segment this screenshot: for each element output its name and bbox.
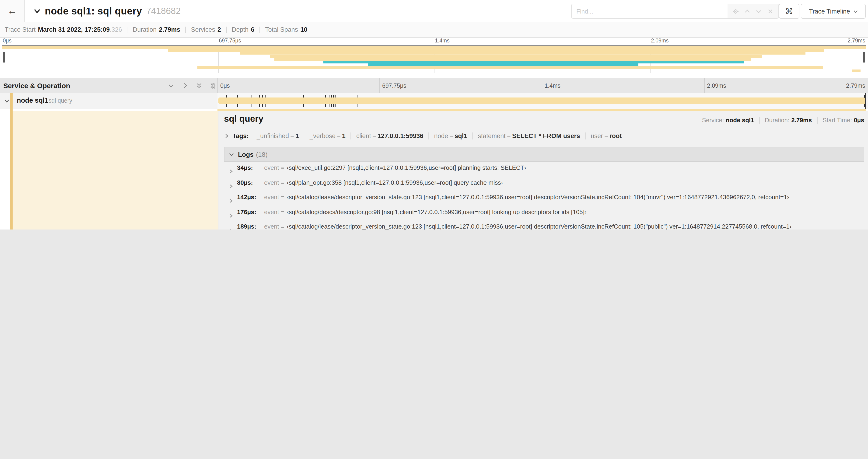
log-key: event xyxy=(264,179,279,186)
tags-list: _unfinished=1_verbose=1client=127.0.0.1:… xyxy=(251,132,627,139)
tag-pill: _unfinished=1 xyxy=(251,132,305,139)
log-key: event xyxy=(264,223,279,230)
log-entry-row[interactable]: 189μs: event = ‹sql/catalog/lease/descri… xyxy=(224,223,864,230)
trace-start-value: March 31 2022, 17:25:09 xyxy=(38,26,110,33)
span-detail-title: sql query xyxy=(224,114,264,124)
start-time-label: Start Time: xyxy=(823,117,852,124)
find-input[interactable] xyxy=(572,4,727,18)
tags-label[interactable]: Tags: xyxy=(232,132,249,139)
span-detail-left-gutter xyxy=(12,111,218,230)
minimap-span-bar xyxy=(168,49,824,52)
duration-label: Duration xyxy=(133,26,157,33)
trace-summary-bar: Trace Start March 31 2022, 17:25:09.326 … xyxy=(0,22,868,38)
collapse-one-chevron-down-icon[interactable] xyxy=(168,83,174,89)
log-expand-chevron-right-icon xyxy=(229,184,233,189)
log-expand-chevron-right-icon xyxy=(229,170,233,174)
trace-id: 7418682 xyxy=(146,6,181,16)
span-duration-bar[interactable] xyxy=(218,97,865,104)
log-expand-chevron-right-icon xyxy=(229,228,233,230)
find-box xyxy=(571,4,779,19)
minimap-tick-label: 1.4ms xyxy=(435,38,450,43)
log-entry-row[interactable]: 142μs: event = ‹sql/catalog/lease/descri… xyxy=(224,194,864,208)
log-entry-row[interactable]: 176μs: event = ‹sql/catalog/descs/descri… xyxy=(224,208,864,223)
trace-start-fraction: .326 xyxy=(110,26,122,33)
collapse-trace-chevron-down-icon[interactable] xyxy=(34,7,40,14)
locate-icon[interactable] xyxy=(733,8,739,14)
minimap-span-bar xyxy=(274,58,751,61)
keyboard-shortcuts-button[interactable]: ⌘ xyxy=(779,4,799,19)
trace-title: node sql1: sql query xyxy=(45,5,142,17)
next-result-chevron-down-icon[interactable] xyxy=(755,8,762,14)
expand-one-chevron-right-icon[interactable] xyxy=(182,83,188,89)
timeline-column-header: Service & Operation 0μs 697.75μs 1.4ms 2… xyxy=(0,78,868,94)
minimap-span-bar xyxy=(270,55,762,58)
log-expand-chevron-right-icon xyxy=(229,199,233,203)
axis-label: 2.09ms xyxy=(707,83,726,89)
log-timestamp: 34μs: xyxy=(237,164,264,171)
tag-pill: _verbose=1 xyxy=(305,132,351,139)
log-timestamp: 80μs: xyxy=(237,179,264,186)
log-key: event xyxy=(264,208,279,216)
prev-result-chevron-up-icon[interactable] xyxy=(744,8,750,14)
minimap-tick-label: 0μs xyxy=(3,38,12,43)
log-timestamp: 189μs: xyxy=(237,223,264,230)
timeline-minimap[interactable] xyxy=(2,45,866,73)
minimap-tick-label: 2.09ms xyxy=(651,38,669,43)
log-value: ‹sql/exec_util.go:2297 [nsql1,client=127… xyxy=(287,164,526,171)
clear-find-close-icon[interactable] xyxy=(767,8,773,14)
services-label: Services xyxy=(191,26,215,33)
minimap-span-bar xyxy=(852,69,861,72)
axis-label: 697.75μs xyxy=(382,83,406,89)
tags-section: Tags: _unfinished=1_verbose=1client=127.… xyxy=(224,132,627,139)
span-collapse-chevron-down-icon[interactable] xyxy=(4,98,9,104)
minimap-tick-label: 2.79ms xyxy=(848,38,865,43)
minimap-span-bar xyxy=(323,61,744,63)
log-key: event xyxy=(264,164,279,171)
trace-start-label: Trace Start xyxy=(5,26,36,33)
log-value: ‹sql/plan_opt.go:358 [nsql1,client=127.0… xyxy=(287,179,503,186)
log-expand-chevron-right-icon xyxy=(229,214,233,218)
span-detail-meta: Service:node sql1 Duration:2.79ms Start … xyxy=(702,117,864,124)
service-label: Service: xyxy=(702,117,724,124)
header-bar: ← node sql1: sql query 7418682 ⌘ Trace T… xyxy=(0,0,868,22)
log-entry-row[interactable]: 34μs: event = ‹sql/exec_util.go:2297 [ns… xyxy=(224,164,864,179)
logs-count: (18) xyxy=(256,151,268,158)
log-timestamp: 176μs: xyxy=(237,208,264,216)
minimap-left-drag-handle[interactable] xyxy=(3,52,5,63)
tag-pill: node=sql1 xyxy=(429,132,473,139)
tag-pill: statement=SELECT * FROM users xyxy=(473,132,585,139)
back-arrow-icon: ← xyxy=(7,6,17,16)
total-spans-value: 10 xyxy=(300,26,307,33)
tags-expand-chevron-right-icon[interactable] xyxy=(224,134,229,138)
log-key: event xyxy=(264,194,279,201)
view-selector-button[interactable]: Trace Timeline xyxy=(801,4,866,19)
span-operation-name: sql query xyxy=(49,97,72,104)
view-selector-label: Trace Timeline xyxy=(809,8,850,15)
span-service-name: node sql1 xyxy=(17,97,48,104)
start-time-value: 0μs xyxy=(854,117,864,124)
depth-label: Depth xyxy=(232,26,248,33)
minimap-right-drag-handle[interactable] xyxy=(863,52,865,63)
minimap-span-bar xyxy=(2,46,866,49)
log-value: ‹sql/catalog/lease/descriptor_version_st… xyxy=(287,194,789,201)
span-color-stripe xyxy=(10,93,12,230)
log-entry-row[interactable]: 80μs: event = ‹sql/plan_opt.go:358 [nsql… xyxy=(224,179,864,194)
column-resizer-handle[interactable] xyxy=(212,84,215,89)
axis-label: 2.79ms xyxy=(846,83,865,89)
logs-list: 34μs: event = ‹sql/exec_util.go:2297 [ns… xyxy=(224,164,864,230)
log-value: ‹sql/catalog/lease/descriptor_version_st… xyxy=(287,223,792,230)
duration-label: Duration: xyxy=(765,117,789,124)
back-button[interactable]: ← xyxy=(0,0,25,22)
logs-section-header[interactable]: Logs (18) xyxy=(224,147,864,162)
minimap-tick-label: 697.75μs xyxy=(219,38,241,43)
logs-collapse-chevron-down-icon xyxy=(229,152,234,157)
command-icon: ⌘ xyxy=(785,6,793,16)
logs-label: Logs xyxy=(238,151,254,158)
duration-value: 2.79ms xyxy=(791,117,812,124)
service-value: node sql1 xyxy=(726,117,754,124)
detail-row-span-bar xyxy=(217,109,866,111)
collapse-all-double-chevron-down-icon[interactable] xyxy=(196,83,202,89)
total-spans-label: Total Spans xyxy=(265,26,298,33)
log-value: ‹sql/catalog/descs/descriptor.go:98 [nsq… xyxy=(287,208,587,216)
minimap-span-bar xyxy=(368,63,639,66)
